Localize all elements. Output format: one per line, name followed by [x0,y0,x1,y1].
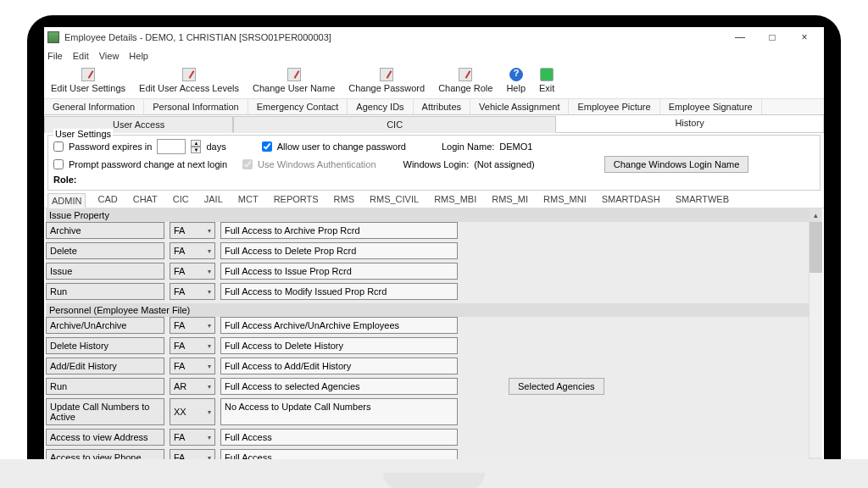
permission-code-dropdown[interactable]: FA▾ [170,222,215,239]
app-icon [47,31,59,43]
pencil-icon [380,68,393,81]
permission-desc-cell: Full Access to Delete History [220,337,458,354]
tab-agency-ids[interactable]: Agency IDs [348,99,413,114]
windows-login-value: (Not assigned) [474,159,535,169]
menu-edit[interactable]: Edit [73,51,89,61]
minimize-button[interactable]: — [724,27,756,47]
tab-history[interactable]: History [556,115,824,132]
permission-name-cell: Delete History [46,337,164,354]
permission-name-cell: Archive/UnArchive [46,317,164,334]
allow-change-password-label: Allow user to change password [277,141,406,152]
permission-desc-cell: Full Access to Archive Prop Rcrd [220,222,458,239]
role-tab-chat[interactable]: CHAT [130,192,161,208]
permission-code-dropdown[interactable]: FA▾ [170,317,215,334]
permission-code-dropdown[interactable]: FA▾ [170,283,215,300]
permission-code-dropdown[interactable]: FA▾ [170,263,215,280]
change-user-name-button[interactable]: Change User Name [249,66,338,95]
role-tab-rms-civil[interactable]: RMS_CIVIL [366,192,422,208]
selected-agencies-button[interactable]: Selected Agencies [509,378,604,395]
edit-user-access-levels-button[interactable]: Edit User Access Levels [136,66,242,95]
permission-name-cell: Issue [46,263,164,280]
tab-personal-information[interactable]: Personal Information [144,99,248,114]
chevron-down-icon: ▾ [208,288,211,296]
permission-desc-cell: Full Access to selected Agencies [220,378,458,395]
edit-user-settings-button[interactable]: Edit User Settings [47,66,129,95]
permission-desc-cell: Full Access [220,429,458,446]
role-tab-rms-mni[interactable]: RMS_MNI [540,192,590,208]
tab-vehicle-assignment[interactable]: Vehicle Assignment [470,99,569,114]
allow-change-password-checkbox[interactable] [262,141,272,152]
permission-row: Add/Edit HistoryFA▾Full Access to Add/Ed… [46,358,822,374]
permission-code-dropdown[interactable]: FA▾ [170,358,215,374]
help-button[interactable]: Help [503,66,529,95]
prompt-password-change-checkbox[interactable] [53,159,64,169]
permission-row: Archive/UnArchiveFA▾Full Access Archive/… [46,317,822,334]
chevron-down-icon: ▾ [208,227,211,235]
maximize-button[interactable]: □ [756,27,788,47]
permission-desc-cell: Full Access to Delete Prop Rcrd [220,242,458,259]
permission-row: Update Call Numbers to ActiveXX▾No Acces… [46,398,822,425]
pencil-icon [287,68,301,81]
password-expires-days-input[interactable] [157,139,186,154]
permission-desc-cell: No Access to Update Call Numbers [220,398,458,425]
days-label: days [206,141,225,152]
permissions-grid: Issue PropertyArchiveFA▾Full Access to A… [46,208,822,471]
role-label: Role: [53,175,77,185]
permission-code-dropdown[interactable]: FA▾ [170,337,215,354]
role-tabs: ADMIN CAD CHAT CIC JAIL MCT REPORTS RMS … [44,191,824,208]
role-tab-mct[interactable]: MCT [235,192,262,208]
role-tab-reports[interactable]: REPORTS [270,192,322,208]
change-password-button[interactable]: Change Password [345,66,428,95]
tab-cic[interactable]: CIC [233,116,556,133]
role-tab-rms-mbi[interactable]: RMS_MBI [431,192,480,208]
scroll-up-icon[interactable]: ▴ [810,208,822,222]
role-tab-rms-mi[interactable]: RMS_MI [488,192,531,208]
role-tab-admin[interactable]: ADMIN [47,193,86,208]
section-header: Issue Property [46,208,822,222]
permission-row: DeleteFA▾Full Access to Delete Prop Rcrd [46,242,822,259]
menu-help[interactable]: Help [129,51,148,61]
password-expires-label: Password expires in [69,141,152,152]
chevron-down-icon: ▾ [208,342,211,350]
help-icon [509,68,523,81]
role-tab-smartweb[interactable]: SMARTWEB [672,192,732,208]
user-settings-group: User Settings Password expires in ▲▼ day… [47,135,821,191]
change-windows-login-name-button[interactable]: Change Windows Login Name [604,156,749,173]
permission-row: RunFA▾Full Access to Modify Issued Prop … [46,283,822,300]
chevron-down-icon: ▾ [208,383,211,391]
windows-auth-label: Use Windows Authentication [258,159,376,169]
tab-emergency-contact[interactable]: Emergency Contact [248,99,348,114]
permission-code-dropdown[interactable]: XX▾ [170,398,215,425]
days-spinner[interactable]: ▲▼ [191,140,201,153]
scroll-thumb[interactable] [810,222,822,273]
close-button[interactable]: × [788,27,821,47]
exit-button[interactable]: Exit [536,66,558,95]
tab-attributes[interactable]: Attributes [414,99,470,114]
vertical-scrollbar[interactable]: ▴ ▾ [809,208,822,471]
exit-icon [540,68,554,81]
tab-general-information[interactable]: General Information [44,99,144,114]
password-expires-checkbox[interactable] [53,141,64,152]
permission-name-cell: Access to view Address [46,429,164,446]
permission-row: RunAR▾Full Access to selected AgenciesSe… [46,378,822,395]
menu-view[interactable]: View [99,51,120,61]
spin-up-icon: ▲ [191,140,201,147]
role-tab-smartdash[interactable]: SMARTDASH [598,192,664,208]
role-tab-cic[interactable]: CIC [170,192,192,208]
change-role-button[interactable]: Change Role [435,66,496,95]
menu-file[interactable]: File [47,51,63,61]
windows-auth-checkbox [242,159,253,169]
tab-employee-picture[interactable]: Employee Picture [569,99,659,114]
role-tab-cad[interactable]: CAD [94,192,120,208]
menubar: File Edit View Help [44,47,824,64]
laptop-frame: Employee Details - DEMO, 1 CHRISTIAN [SR… [27,15,841,473]
permission-code-dropdown[interactable]: FA▾ [170,242,215,259]
permission-row: Delete HistoryFA▾Full Access to Delete H… [46,337,822,354]
permission-code-dropdown[interactable]: AR▾ [170,378,215,395]
role-tab-jail[interactable]: JAIL [201,192,226,208]
tab-employee-signature[interactable]: Employee Signature [660,99,762,114]
permission-row: ArchiveFA▾Full Access to Archive Prop Rc… [46,222,822,239]
window-title: Employee Details - DEMO, 1 CHRISTIAN [SR… [64,32,331,42]
role-tab-rms[interactable]: RMS [331,192,358,208]
permission-code-dropdown[interactable]: FA▾ [170,429,215,446]
